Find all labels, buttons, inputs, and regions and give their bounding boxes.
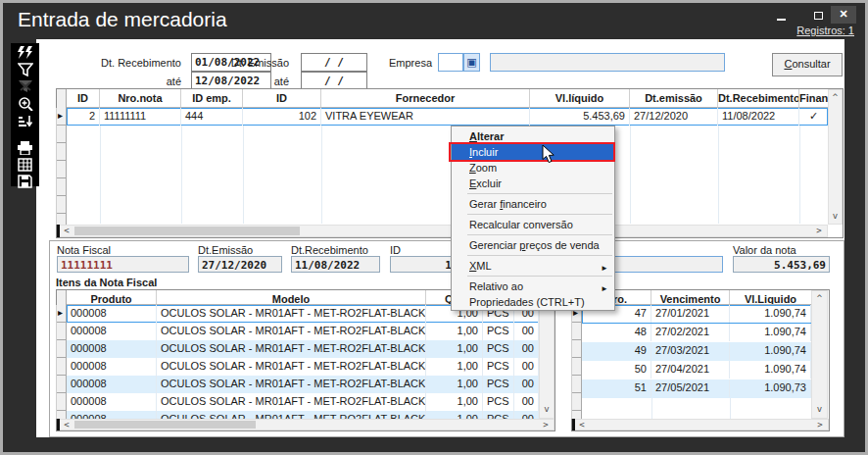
cell-id2[interactable]: 102 xyxy=(243,108,321,126)
main-grid-scroll-down-icon[interactable]: v xyxy=(828,211,843,221)
cell-vl-liquido[interactable]: 1.090,74 xyxy=(730,342,811,360)
main-grid-header-id2[interactable]: ID xyxy=(243,89,321,108)
cell-modelo[interactable]: OCULOS SOLAR - MR01AFT - MET-RO2FLAT-BLA… xyxy=(157,323,426,340)
cell-finan-check[interactable]: ✓ xyxy=(799,108,828,126)
main-grid-vscrollbar[interactable] xyxy=(828,89,843,225)
cell-modelo[interactable]: OCULOS SOLAR - MR01AFT - MET-RO2FLAT-BLA… xyxy=(157,305,426,323)
cell-vencimento[interactable]: 27/04/2021 xyxy=(651,361,730,379)
main-grid-header-id-emp[interactable]: ID emp. xyxy=(181,89,243,108)
parcelas-grid-row[interactable]: 4827/02/20211.090,74 xyxy=(582,324,811,342)
cell-id-emp[interactable]: 444 xyxy=(181,108,243,126)
menu-item-propriedades-ctrl-t[interactable]: Propriedades (CTRL+T) xyxy=(452,294,614,310)
cell-un[interactable]: PCS xyxy=(483,358,514,376)
cell-un[interactable]: PCS xyxy=(483,411,514,419)
save-icon[interactable] xyxy=(18,175,32,188)
parcelas-grid-scroll-down-icon[interactable]: v xyxy=(811,404,828,414)
sort-icon[interactable] xyxy=(18,114,33,127)
cell-qto[interactable]: 1,00 xyxy=(426,358,483,376)
cell-extra[interactable]: 00 xyxy=(514,411,539,419)
cell-un[interactable]: PCS xyxy=(483,340,514,358)
cell-qto[interactable]: 1,00 xyxy=(426,323,483,340)
items-header-produto[interactable]: Produto xyxy=(67,290,157,305)
dt-emissao-input[interactable]: / / xyxy=(301,53,367,72)
main-grid-hscroll-thumb[interactable] xyxy=(74,227,300,235)
cell-modelo[interactable]: OCULOS SOLAR - MR01AFT - MET-RO2FLAT-BLA… xyxy=(157,376,426,393)
grid-icon[interactable] xyxy=(18,158,32,172)
cell-modelo[interactable]: OCULOS SOLAR - MR01AFT - MET-RO2FLAT-BLA… xyxy=(157,340,426,358)
parcelas-grid-row[interactable]: 5027/04/20211.090,74 xyxy=(582,361,811,379)
items-grid-row[interactable]: 000008OCULOS SOLAR - MR01AFT - MET-RO2FL… xyxy=(67,323,539,340)
cell-produto[interactable]: 000008 xyxy=(67,393,157,411)
cell-nro[interactable]: 49 xyxy=(582,342,651,360)
cell-extra[interactable]: 00 xyxy=(514,340,539,358)
cell-un[interactable]: PCS xyxy=(483,376,514,393)
parcelas-grid-row[interactable]: 4927/03/20211.090,74 xyxy=(582,342,811,361)
cell-nro-nota[interactable]: 11111111 xyxy=(100,108,181,126)
empresa-lookup-button[interactable]: ▣ xyxy=(463,53,480,72)
items-grid-scroll-right-icon[interactable]: > xyxy=(540,420,552,430)
parcelas-grid-scroll-right-icon[interactable]: > xyxy=(814,420,826,430)
cell-nro[interactable]: 51 xyxy=(582,379,651,397)
registros-link[interactable]: Registros: 1 xyxy=(754,25,854,36)
cell-produto[interactable]: 000008 xyxy=(67,358,157,376)
cell-extra[interactable]: 00 xyxy=(514,323,539,340)
cell-id[interactable]: 2 xyxy=(67,108,100,126)
menu-item-relativo-ao[interactable]: Relativo ao► xyxy=(452,278,614,294)
print-icon[interactable] xyxy=(17,141,33,155)
cell-un[interactable]: PCS xyxy=(483,393,514,411)
items-header-modelo[interactable]: Modelo xyxy=(157,290,426,305)
main-grid-selected-row[interactable]: 2 11111111 444 102 VITRA EYEWEAR 5.453,6… xyxy=(67,108,828,126)
cell-un[interactable]: PCS xyxy=(483,323,514,340)
cell-vl-liquido[interactable]: 5.453,69 xyxy=(530,108,630,126)
cell-produto[interactable]: 000008 xyxy=(67,340,157,358)
main-grid-header-dt-recebimento[interactable]: Dt.Recebimento xyxy=(718,89,799,108)
cell-vl-liquido[interactable]: 1.090,74 xyxy=(730,324,811,341)
close-button[interactable]: ✕ xyxy=(831,6,856,24)
main-grid-scroll-right-icon[interactable]: > xyxy=(813,226,825,235)
cell-qto[interactable]: 1,00 xyxy=(426,411,483,419)
cell-produto[interactable]: 000008 xyxy=(67,376,157,393)
main-grid-header-fornecedor[interactable]: Fornecedor xyxy=(321,89,530,108)
cell-vencimento[interactable]: 27/02/2021 xyxy=(651,324,730,341)
cell-nro[interactable]: 50 xyxy=(582,361,651,379)
items-grid-row[interactable]: 000008OCULOS SOLAR - MR01AFT - MET-RO2FL… xyxy=(67,340,539,358)
cell-modelo[interactable]: OCULOS SOLAR - MR01AFT - MET-RO2FLAT-BLA… xyxy=(157,358,426,376)
cell-dt-recebimento[interactable]: 11/08/2022 xyxy=(718,108,799,126)
maximize-button[interactable] xyxy=(807,8,829,24)
empresa-code-input[interactable] xyxy=(438,53,463,72)
cell-produto[interactable]: 000008 xyxy=(67,305,157,323)
menu-item-recalcular-convers-o[interactable]: Recalcular conversão xyxy=(452,217,614,232)
cell-qto[interactable]: 1,00 xyxy=(426,376,483,393)
cell-vencimento[interactable]: 27/03/2021 xyxy=(651,342,730,360)
cell-produto[interactable]: 000008 xyxy=(67,323,157,340)
menu-item-zoom[interactable]: Zoom xyxy=(452,160,614,176)
cell-produto[interactable]: 000008 xyxy=(67,411,157,419)
items-grid-scroll-left-icon[interactable]: < xyxy=(61,420,72,430)
parcelas-grid-scroll-up-icon[interactable]: ^ xyxy=(811,293,828,303)
main-grid-header-nro-nota[interactable]: Nro.nota xyxy=(100,89,181,108)
cell-dt-emissao[interactable]: 27/12/2020 xyxy=(630,108,718,126)
parcelas-header-vl-liquido[interactable]: Vl.Liquido xyxy=(730,290,811,305)
parcelas-grid-vscrollbar[interactable] xyxy=(811,290,828,419)
items-grid-scroll-down-icon[interactable]: v xyxy=(539,404,555,414)
cell-modelo[interactable]: OCULOS SOLAR - MR01AFT - MET-RO2FLAT-BLA… xyxy=(157,393,426,411)
parcelas-grid-hscrollbar[interactable] xyxy=(572,419,829,430)
items-grid-row[interactable]: 000008OCULOS SOLAR - MR01AFT - MET-RO2FL… xyxy=(67,411,539,419)
parcelas-header-vencimento[interactable]: Vencimento xyxy=(651,290,730,305)
cell-vencimento[interactable]: 27/01/2021 xyxy=(651,305,730,323)
consultar-button[interactable]: Consultar xyxy=(772,53,843,76)
cell-vl-liquido[interactable]: 1.090,73 xyxy=(730,379,811,397)
items-grid-row[interactable]: 000008OCULOS SOLAR - MR01AFT - MET-RO2FL… xyxy=(67,358,539,376)
cell-vencimento[interactable]: 27/05/2021 xyxy=(651,379,730,397)
main-grid-header-dt-emissao[interactable]: Dt.emissão xyxy=(630,89,718,108)
main-grid-header-id[interactable]: ID xyxy=(67,89,100,108)
cell-vl-liquido[interactable]: 1.090,74 xyxy=(730,305,811,323)
menu-item-gerenciar-pre-os-de-venda[interactable]: Gerenciar preços de venda xyxy=(452,237,614,253)
cell-qto[interactable]: 1,00 xyxy=(426,393,483,411)
cell-fornecedor[interactable]: VITRA EYEWEAR xyxy=(321,108,530,126)
cell-vl-liquido[interactable]: 1.090,74 xyxy=(730,361,811,379)
filter-icon[interactable] xyxy=(18,63,33,76)
parcelas-grid-scroll-left-icon[interactable]: < xyxy=(576,420,588,430)
main-grid-scroll-left-icon[interactable]: < xyxy=(61,226,72,235)
clear-filter-icon[interactable] xyxy=(18,79,33,93)
